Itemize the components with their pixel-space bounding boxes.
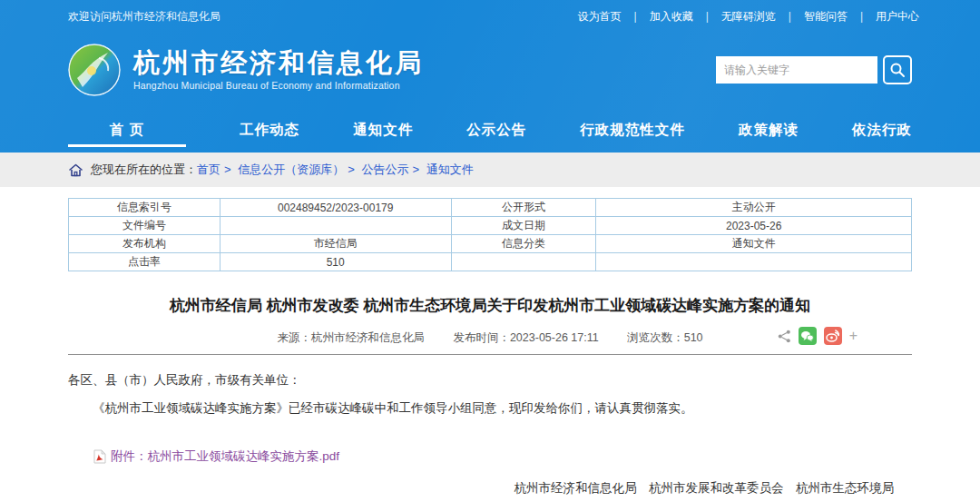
- nav-item-administration-by-law[interactable]: 依法行政: [852, 107, 912, 153]
- logo-globe-icon: [68, 44, 121, 96]
- info-label: 文件编号: [69, 217, 220, 235]
- link-smart-qa[interactable]: 智能问答: [798, 9, 869, 25]
- search-icon: [889, 62, 906, 78]
- info-label: 信息分类: [451, 235, 596, 253]
- meta-publish-time: 发布时间：2023-05-26 17:11: [453, 331, 598, 344]
- crumb-info-disclosure-link[interactable]: 信息公开（资源库）: [238, 162, 358, 176]
- share-toolbar: +: [778, 327, 858, 345]
- info-value: [220, 217, 451, 235]
- nav-item-announcements[interactable]: 公示公告: [466, 107, 526, 153]
- welcome-text: 欢迎访问杭州市经济和信息化局: [68, 9, 220, 25]
- info-value: 主动公开: [596, 199, 912, 217]
- site-title-en: Hangzhou Municipal Bureau of Economy and…: [133, 80, 424, 91]
- info-label: 信息索引号: [69, 199, 220, 217]
- meta-divider: [68, 354, 912, 355]
- nav-item-policy-interpretation[interactable]: 政策解读: [739, 107, 799, 153]
- table-row: 发布机构 市经信局 信息分类 通知文件: [69, 235, 912, 253]
- main-nav: 首 页 工作动态 通知文件 公示公告 行政规范性文件 政策解读 依法行政: [0, 107, 980, 153]
- article-salutation: 各区、县（市）人民政府，市级有关单位：: [68, 371, 912, 389]
- article-meta: 来源：杭州市经济和信息化局 发布时间：2023-05-26 17:11 浏览次数…: [68, 327, 912, 349]
- info-value: 通知文件: [596, 235, 912, 253]
- info-label: 发布机构: [69, 235, 220, 253]
- brand-row: 杭州市经济和信息化局 Hangzhou Municipal Bureau of …: [0, 33, 980, 107]
- link-user-center[interactable]: 用户中心: [869, 9, 926, 25]
- attachment-link[interactable]: 附件：杭州市工业领域碳达峰实施方案.pdf: [111, 448, 339, 465]
- attachment-row: 附件：杭州市工业领域碳达峰实施方案.pdf: [93, 448, 912, 465]
- weibo-share-icon[interactable]: [824, 327, 842, 345]
- info-value: 2023-05-26: [596, 217, 912, 235]
- page-title: 杭州市经信局 杭州市发改委 杭州市生态环境局关于印发杭州市工业领域碳达峰实施方案…: [68, 295, 912, 316]
- link-set-homepage[interactable]: 设为首页: [572, 9, 643, 25]
- crumb-announcements-link[interactable]: 公告公示: [361, 162, 423, 176]
- info-label: 公开形式: [451, 199, 596, 217]
- more-share-icon[interactable]: +: [849, 327, 858, 345]
- top-bar-links: 设为首页 加入收藏 无障碍浏览 智能问答 用户中心: [572, 9, 926, 25]
- site-logo[interactable]: 杭州市经济和信息化局 Hangzhou Municipal Bureau of …: [68, 44, 424, 96]
- search-input[interactable]: [716, 56, 877, 84]
- link-add-favorite[interactable]: 加入收藏: [643, 9, 715, 25]
- site-title: 杭州市经济和信息化局: [133, 49, 424, 78]
- document-info-table: 信息索引号 002489452/2023-00179 公开形式 主动公开 文件编…: [68, 198, 912, 271]
- table-row: 信息索引号 002489452/2023-00179 公开形式 主动公开: [69, 199, 912, 217]
- info-label: [451, 253, 596, 271]
- table-row: 点击率 510: [69, 253, 912, 271]
- info-label: 点击率: [69, 253, 220, 271]
- nav-item-regulatory-docs[interactable]: 行政规范性文件: [580, 107, 685, 153]
- signature-agencies: 杭州市经济和信息化局 杭州市发展和改革委员会 杭州市生态环境局: [68, 480, 912, 497]
- info-value: 510: [220, 253, 451, 271]
- info-value: 市经信局: [220, 235, 451, 253]
- breadcrumb-prefix: 您现在所在的位置：: [91, 162, 197, 178]
- search-area: [716, 55, 912, 84]
- crumb-home-link[interactable]: 首页: [197, 162, 235, 176]
- breadcrumb-links: 首页 信息公开（资源库） 公告公示 通知文件: [197, 162, 474, 178]
- table-row: 文件编号 成文日期 2023-05-26: [69, 217, 912, 235]
- nav-item-home[interactable]: 首 页: [68, 107, 186, 153]
- home-icon[interactable]: [68, 162, 83, 178]
- search-button[interactable]: [883, 55, 912, 84]
- top-bar: 欢迎访问杭州市经济和信息化局 设为首页 加入收藏 无障碍浏览 智能问答 用户中心: [0, 0, 980, 33]
- article-content: 信息索引号 002489452/2023-00179 公开形式 主动公开 文件编…: [68, 198, 912, 502]
- nav-item-notices[interactable]: 通知文件: [353, 107, 413, 153]
- pdf-icon: [93, 449, 106, 464]
- crumb-notices-link[interactable]: 通知文件: [426, 162, 474, 176]
- share-icon[interactable]: [778, 330, 791, 343]
- article-paragraph: 《杭州市工业领域碳达峰实施方案》已经市碳达峰碳中和工作领导小组同意，现印发给你们…: [68, 399, 912, 418]
- site-header: 欢迎访问杭州市经济和信息化局 设为首页 加入收藏 无障碍浏览 智能问答 用户中心: [0, 0, 980, 153]
- wechat-share-icon[interactable]: [799, 327, 817, 345]
- brand-text: 杭州市经济和信息化局 Hangzhou Municipal Bureau of …: [133, 49, 424, 92]
- breadcrumb: 您现在所在的位置： 首页 信息公开（资源库） 公告公示 通知文件: [0, 153, 980, 187]
- info-value: [596, 253, 912, 271]
- meta-views: 浏览次数：510: [627, 331, 702, 344]
- meta-source: 来源：杭州市经济和信息化局: [277, 331, 425, 344]
- nav-item-work-news[interactable]: 工作动态: [240, 107, 299, 153]
- info-label: 成文日期: [451, 217, 596, 235]
- link-accessibility[interactable]: 无障碍浏览: [715, 9, 798, 25]
- info-value: 002489452/2023-00179: [220, 199, 451, 217]
